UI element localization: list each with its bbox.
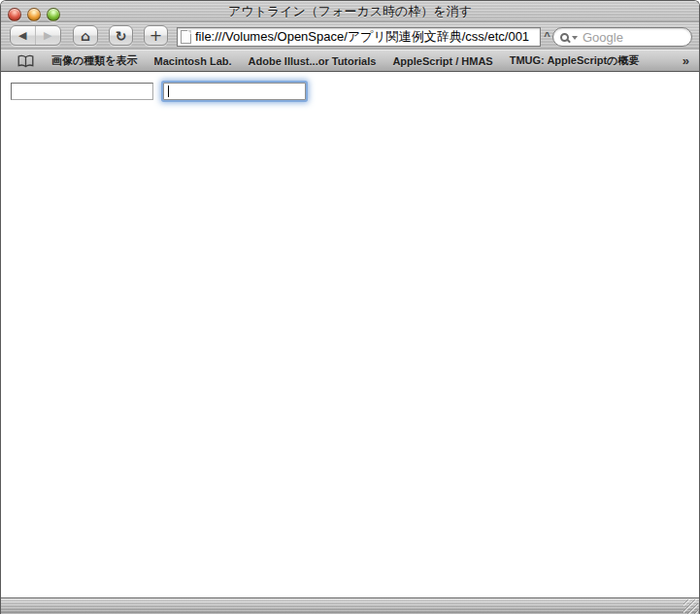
field-divider-caret-icon: ^ <box>543 28 551 44</box>
google-search-field[interactable] <box>552 27 692 47</box>
reload-button[interactable]: ↻ <box>109 25 133 46</box>
bookmark-item[interactable]: Adobe Illust...or Tutorials <box>249 55 377 67</box>
text-cursor-caret <box>168 85 169 97</box>
address-input[interactable] <box>195 28 540 46</box>
resize-handle[interactable] <box>683 599 698 614</box>
focused-field-wrapper <box>162 82 307 101</box>
magnifier-icon <box>560 33 569 42</box>
toolbar: ◀ ▶ ⌂ ↻ + ^ <box>1 22 699 50</box>
reload-icon: ↻ <box>116 28 127 44</box>
search-input[interactable] <box>578 29 700 45</box>
nav-capsule: ◀ ▶ <box>10 25 61 46</box>
text-field-unfocused[interactable] <box>11 83 153 100</box>
bookmark-item[interactable]: Macintosh Lab. <box>154 55 232 67</box>
text-field-focused[interactable] <box>163 83 306 100</box>
page-document-icon <box>181 30 191 44</box>
page-content <box>1 72 699 597</box>
window-title: アウトライン（フォーカス時の枠）を消す <box>1 1 699 22</box>
home-button[interactable]: ⌂ <box>73 25 98 46</box>
plus-icon: + <box>150 26 162 45</box>
back-arrow-icon: ◀ <box>18 29 26 42</box>
bookmarks-overflow-chevron-icon[interactable]: » <box>683 53 689 68</box>
bookmark-item[interactable]: AppleScript / HMAS <box>392 55 492 67</box>
back-button[interactable]: ◀ <box>11 26 36 45</box>
home-icon: ⌂ <box>81 28 90 44</box>
bookmarks-book-icon[interactable] <box>17 54 35 68</box>
address-bar[interactable] <box>177 27 541 47</box>
title-bar[interactable]: アウトライン（フォーカス時の枠）を消す <box>1 1 699 22</box>
status-bar <box>1 597 699 614</box>
browser-window: アウトライン（フォーカス時の枠）を消す ◀ ▶ ⌂ ↻ + ^ <box>0 0 700 614</box>
add-bookmark-button[interactable]: + <box>144 25 168 46</box>
bookmark-item[interactable]: 画像の種類を表示 <box>51 53 138 68</box>
forward-arrow-icon: ▶ <box>44 29 51 42</box>
forward-button[interactable]: ▶ <box>36 26 60 45</box>
bookmark-item[interactable]: TMUG: AppleScriptの概要 <box>510 53 640 68</box>
bookmarks-bar: 画像の種類を表示 Macintosh Lab. Adobe Illust...o… <box>1 50 699 72</box>
